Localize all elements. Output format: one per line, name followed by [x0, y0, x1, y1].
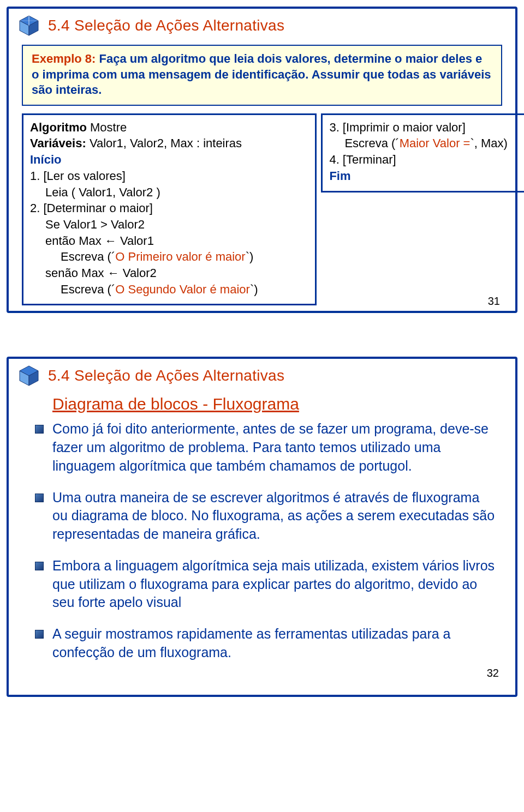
- slide-header: 5.4 Seleção de Ações Alternativas: [9, 9, 515, 41]
- example-text: Faça um algoritmo que leia dois valores,…: [32, 52, 491, 97]
- kw-fim: Fim: [329, 168, 521, 184]
- code-columns: Algoritmo Mostre Variáveis: Valor1, Valo…: [9, 113, 515, 311]
- else-assign-pre: senão Max: [45, 266, 108, 280]
- kw-inicio: Início: [30, 152, 308, 168]
- bullet-list: Como já foi dito anteriormente, antes de…: [9, 420, 515, 694]
- then-assign-post: Valor1: [117, 234, 154, 248]
- step-2-comment: 2. [Determinar o maior]: [30, 200, 308, 216]
- list-item: A seguir mostramos rapidamente as ferram…: [35, 625, 496, 662]
- escreva-3-msg: Maior Valor =: [400, 136, 471, 150]
- assign-arrow-icon: ←: [105, 234, 117, 248]
- algorithm-left-box: Algoritmo Mostre Variáveis: Valor1, Valo…: [22, 113, 317, 306]
- slide-title: 5.4 Seleção de Ações Alternativas: [48, 367, 284, 384]
- escreva-3-post: `, Max): [470, 136, 507, 150]
- escreva-3-pre: Escreva (´: [344, 136, 399, 150]
- escreva-1-post: `): [246, 250, 254, 263]
- bullet-text: A seguir mostramos rapidamente as ferram…: [52, 625, 496, 662]
- if-cond: Se Valor1 > Valor2: [30, 216, 308, 233]
- cube-icon: [17, 14, 40, 37]
- step-1-comment: 1. [Ler os valores]: [30, 168, 308, 184]
- step-4-comment: 4. [Terminar]: [329, 152, 521, 168]
- bullet-text: Uma outra maneira de se escrever algorit…: [52, 489, 496, 544]
- list-item: Uma outra maneira de se escrever algorit…: [35, 489, 496, 544]
- alg-name: Mostre: [90, 121, 127, 134]
- escreva-2-post: `): [250, 282, 258, 296]
- cube-icon: [17, 364, 40, 387]
- bullet-square-icon: [35, 630, 44, 639]
- leia-stmt: Leia ( Valor1, Valor2 ): [30, 184, 308, 201]
- list-item: Como já foi dito anteriormente, antes de…: [35, 420, 496, 475]
- bullet-square-icon: [35, 562, 44, 570]
- example-label: Exemplo 8:: [32, 52, 96, 65]
- escreva-2-msg: O Segundo Valor é maior: [115, 282, 250, 296]
- bullet-text: Embora a linguagem algorítmica seja mais…: [52, 557, 496, 612]
- step-3-comment: 3. [Imprimir o maior valor]: [329, 119, 521, 136]
- else-assign-post: Valor2: [120, 266, 157, 280]
- escreva-2-pre: Escreva (´: [61, 282, 115, 296]
- slide-31: 5.4 Seleção de Ações Alternativas Exempl…: [7, 7, 517, 313]
- escreva-1-msg: O Primeiro valor é maior: [115, 250, 245, 263]
- kw-variaveis: Variáveis:: [30, 136, 90, 150]
- list-item: Embora a linguagem algorítmica seja mais…: [35, 557, 496, 612]
- slide-32: 5.4 Seleção de Ações Alternativas Diagra…: [7, 357, 517, 696]
- example-box: Exemplo 8: Faça um algoritmo que leia do…: [22, 45, 502, 106]
- assign-arrow-icon-2: ←: [108, 266, 120, 280]
- page-number: 31: [488, 295, 500, 308]
- kw-algoritmo: Algoritmo: [30, 121, 90, 134]
- slide-title: 5.4 Seleção de Ações Alternativas: [48, 17, 284, 34]
- sub-heading: Diagrama de blocos - Fluxograma: [9, 392, 515, 420]
- slide-header: 5.4 Seleção de Ações Alternativas: [9, 359, 515, 392]
- bullet-square-icon: [35, 494, 44, 502]
- bullet-text: Como já foi dito anteriormente, antes de…: [52, 420, 496, 475]
- then-assign-pre: então Max: [45, 234, 105, 248]
- page-number: 32: [487, 667, 499, 679]
- var-decl: Valor1, Valor2, Max : inteiras: [90, 136, 242, 150]
- bullet-square-icon: [35, 425, 44, 434]
- escreva-1-pre: Escreva (´: [61, 250, 115, 263]
- algorithm-right-box: 3. [Imprimir o maior valor] Escreva (´Ma…: [321, 113, 524, 193]
